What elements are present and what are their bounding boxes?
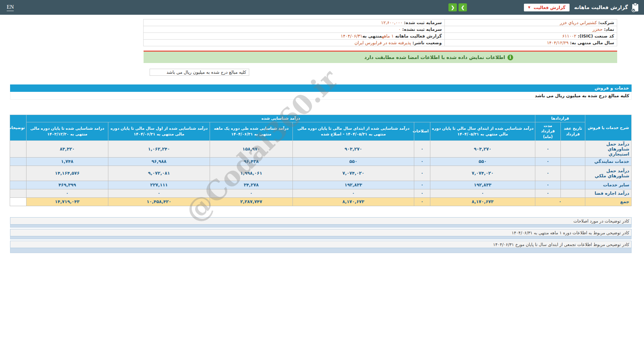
issuer-status-value: پذیرفته شده در فرابورس ایران	[355, 40, 411, 45]
contract-date-cell	[561, 166, 585, 181]
company-value: کشتيراني درياي خزر	[560, 20, 597, 25]
period-explanation-area	[10, 236, 632, 239]
col-rev-to-0531: درآمد شناسايي شده از ابتداي سال مالي تا …	[430, 122, 535, 140]
row-description: درآمد حمل شناورهاي ملکي	[585, 166, 632, 181]
capital-unregistered-value: ۰	[398, 27, 401, 32]
info-row: کد صنعت (ISIC): ۶۱۱۰۰۲ گزارش فعالیت ماها…	[144, 33, 617, 40]
company-info-section: شرکت: کشتيراني درياي خزر سرمایه ثبت شده:…	[144, 19, 617, 63]
contract-months-cell: ۰	[535, 189, 560, 197]
rev-amended-cell: ۵۵۰	[292, 157, 414, 166]
info-row: نماد: حخزر سرمایه ثبت نشده: ۰	[144, 26, 617, 33]
rev-ytd-cell: ۰	[108, 189, 210, 197]
amendments-cell: ۰	[414, 189, 430, 197]
capital-registered-value: ۱۲,۶۰۰,۰۰۰	[381, 20, 402, 25]
contract-date-cell	[561, 140, 585, 157]
table-row: درآمد حمل شناورهاي ملکي ۰ ۷,۰۷۴,۰۲۰ ۰ ۷,…	[10, 166, 631, 181]
report-period-cell: گزارش فعالیت ماهانه ۱ ماههمنتهی به۱۴۰۴/۰…	[144, 33, 445, 40]
isic-cell: کد صنعت (ISIC): ۶۱۱۰۰۲	[445, 33, 617, 40]
table-row: خدمات نمايندگي ۰ ۵۵۰ ۰ ۵۵۰ ۹۶,۴۳۸ ۹۶,۹۸۸…	[10, 157, 631, 166]
table-row: ساير خدمات ۰ ۱۹۲,۸۳۳ ۰ ۱۹۲,۸۳۳ ۳۴,۲۷۸ ۲۲…	[10, 181, 631, 189]
table-total-row: جمع ۰ ۸,۱۷۰,۶۷۳ ۰ ۸,۱۷۰,۶۷۳ ۲,۲۸۷,۷۴۷ ۱۰…	[10, 197, 631, 206]
contract-months-cell: ۰	[535, 140, 560, 157]
total-rev-amended: ۸,۱۷۰,۶۷۳	[292, 197, 414, 206]
symbol-cell: نماد: حخزر	[445, 26, 617, 33]
signed-info-text: اطلاعات نمایش داده شده با اطلاعات امضا ش…	[364, 55, 505, 60]
notes-cell	[10, 157, 26, 166]
issuer-status-label: وضعیت ناشر:	[413, 40, 442, 45]
contract-date-cell	[561, 181, 585, 189]
rev-prev-year-cell: ۱۴,۱۶۴,۵۷۶	[26, 166, 108, 181]
contract-months-cell: ۰	[535, 166, 560, 181]
table-row: درآمد اجاره فضا ۰ ۰ ۰ ۰ ۰ ۰ ۰	[10, 189, 631, 197]
rev-ytd-cell: ۲۲۷,۱۱۱	[108, 181, 210, 189]
codal-monthly-activity-page: گزارش فعالیت ماهانه گزارش فعالیت ▼ ❯ ❮ E…	[0, 0, 644, 362]
report-type-dropdown-label: گزارش فعالیت	[534, 5, 566, 10]
col-contract-date: تاریخ عقد قرارداد	[561, 122, 585, 140]
info-row: سال مالی منتهی به: ۱۴۰۴/۱۲/۲۹ وضعیت ناشر…	[144, 40, 617, 46]
signed-info-banner-content: i اطلاعات نمایش داده شده با اطلاعات امضا…	[364, 55, 513, 60]
rev-to-0531-cell: ۷,۰۷۴,۰۲۰	[430, 166, 535, 181]
amendments-cell: ۰	[414, 157, 430, 166]
col-amendments: اصلاحات	[414, 122, 430, 140]
issuer-status-cell: وضعیت ناشر: پذیرفته شده در فرابورس ایران	[144, 40, 445, 46]
rev-one-month-cell: ۱,۹۹۸,۰۶۱	[210, 166, 292, 181]
amendments-cell: ۰	[414, 140, 430, 157]
total-rev-to-0531: ۸,۱۷۰,۶۷۳	[430, 197, 535, 206]
explanations-section: کادر توضیحات در مورد اصلاحات کادر توضیحی…	[10, 217, 632, 253]
chevron-down-icon: ▼	[528, 6, 530, 9]
contract-date-cell	[561, 189, 585, 197]
rev-one-month-cell: ۰	[210, 189, 292, 197]
row-description: خدمات نمايندگي	[585, 157, 632, 166]
total-rev-one-month: ۲,۲۸۷,۷۴۷	[210, 197, 292, 206]
rev-ytd-cell: ۹,۰۷۲,۰۸۱	[108, 166, 210, 181]
report-type-dropdown[interactable]: گزارش فعالیت ▼	[524, 4, 570, 11]
fiscal-year-label: سال مالی منتهی به:	[570, 40, 614, 45]
topbar: گزارش فعالیت ماهانه گزارش فعالیت ▼ ❯ ❮ E…	[0, 0, 644, 15]
total-rev-ytd: ۱۰,۴۵۸,۴۲۰	[108, 197, 210, 206]
signed-info-banner: i اطلاعات نمایش داده شده با اطلاعات امضا…	[144, 52, 617, 63]
group-revenue: درآمد شناسایی شده	[26, 115, 535, 122]
nav-forward-button[interactable]: ❯	[459, 3, 467, 11]
fiscal-year-cell: سال مالی منتهی به: ۱۴۰۴/۱۲/۲۹	[445, 40, 617, 46]
col-rev-ytd: درآمد شناسایی شده از اول سال مالی تا پای…	[108, 122, 210, 140]
isic-label: کد صنعت (ISIC):	[578, 34, 614, 39]
col-rev-one-month: درآمد شناسایی شده طی دوره یک ماهه منتهی …	[210, 122, 292, 140]
capital-registered-cell: سرمایه ثبت شده: ۱۲,۶۰۰,۰۰۰	[144, 19, 445, 26]
company-cell: شرکت: کشتيراني درياي خزر	[445, 19, 617, 26]
rev-ytd-cell: ۱,۰۶۲,۲۴۰	[108, 140, 210, 157]
amendments-cell: ۰	[414, 166, 430, 181]
cumulative-explanation-area	[10, 248, 632, 253]
rev-prev-year-cell: ۱,۷۴۸	[26, 157, 108, 166]
notes-cell	[10, 166, 26, 181]
report-period-middle: منتهی به	[362, 34, 382, 39]
info-icon: i	[507, 55, 513, 60]
table-group-header-row: شرح خدمات یا فروش قراردادها درآمد شناسای…	[10, 115, 631, 122]
cumulative-explanation-header: کادر توضیحی مربوط اطلاعات تجمعی از ابتدا…	[10, 241, 632, 248]
col-rev-to-0531-amended: درآمد شناسایی شده از ابتدای سال مالی تا …	[292, 122, 414, 140]
notes-cell	[10, 189, 26, 197]
company-info-table: شرکت: کشتيراني درياي خزر سرمایه ثبت شده:…	[143, 19, 617, 46]
rev-to-0531-cell: ۵۵۰	[430, 157, 535, 166]
row-description: درآمد حمل شناورهاي استيجاري	[585, 140, 632, 157]
amendments-explanation-header: کادر توضیحات در مورد اصلاحات	[10, 217, 632, 225]
services-sales-table: شرح خدمات یا فروش قراردادها درآمد شناسای…	[10, 115, 632, 206]
notes-cell	[10, 197, 26, 206]
company-label: شرکت:	[598, 20, 614, 25]
rev-ytd-cell: ۹۶,۹۸۸	[108, 157, 210, 166]
row-description: درآمد اجاره فضا	[585, 189, 632, 197]
capital-unregistered-label: سرمایه ثبت نشده:	[402, 27, 442, 32]
total-amendments: ۰	[414, 197, 430, 206]
rev-amended-cell: ۰	[292, 189, 414, 197]
contract-date-cell	[561, 157, 585, 166]
fiscal-year-value: ۱۴۰۴/۱۲/۲۹	[547, 40, 569, 45]
period-explanation-header: کادر توضیحی مربوط به اطلاعات دوره ۱ ماهه…	[10, 229, 632, 236]
rev-prev-year-cell: ۸۳,۳۲۰	[26, 140, 108, 157]
group-contracts: قراردادها	[535, 115, 585, 122]
nav-back-button[interactable]: ❮	[448, 3, 457, 11]
symbol-label: نماد:	[604, 27, 614, 32]
col-rev-prev-year: درامد شناسایی شده تا پایان دوره مالی منت…	[26, 122, 108, 140]
language-toggle[interactable]: EN	[7, 4, 14, 11]
rev-one-month-cell: ۱۵۸,۹۷۰	[210, 140, 292, 157]
section-header-services: خدمات و فروش	[10, 84, 632, 92]
rev-prev-year-cell: ۴۶۹,۳۹۹	[26, 181, 108, 189]
